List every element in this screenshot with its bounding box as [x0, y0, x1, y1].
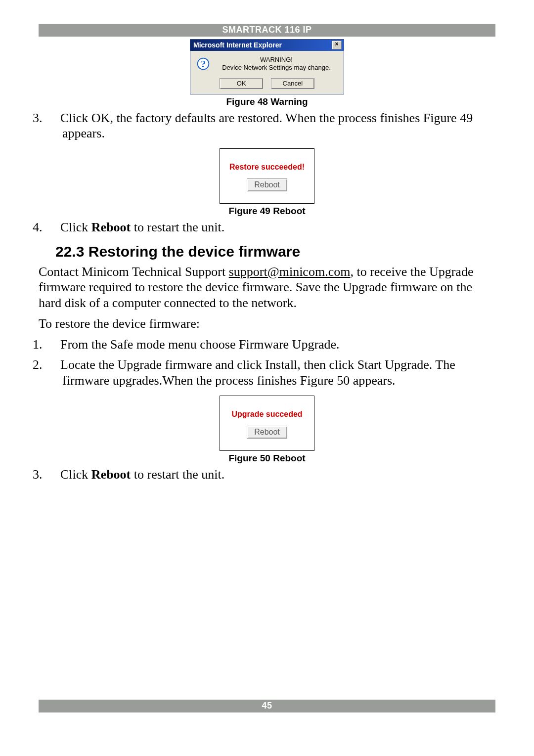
- support-email[interactable]: support@minicom.com: [229, 265, 351, 279]
- step-text: Locate the Upgrade firmware and click In…: [60, 357, 455, 388]
- question-icon: ?: [196, 57, 210, 71]
- svg-text:?: ?: [201, 59, 206, 69]
- dialog-title: Microsoft Internet Explorer: [193, 41, 282, 49]
- step-text: Click OK, the factory defaults are resto…: [60, 111, 473, 141]
- warning-dialog: Microsoft Internet Explorer × ? WARNING!…: [190, 39, 344, 94]
- step-text-post: to restart the unit.: [131, 467, 224, 482]
- step-text-post: to restart the unit.: [131, 220, 224, 234]
- upgrade-message: Upgrade succeded: [225, 410, 309, 419]
- step-number: 4.: [47, 220, 60, 235]
- reboot-button[interactable]: Reboot: [247, 426, 287, 439]
- dialog-message: WARNING! Device Network Settings may cha…: [215, 56, 338, 72]
- paragraph-contact: Contact Minicom Technical Support suppor…: [39, 264, 495, 311]
- step-number: 1.: [47, 337, 60, 353]
- page-header-bar: SMARTRACK 116 IP: [39, 24, 495, 37]
- restore-dialog: Restore succeeded! Reboot: [220, 148, 314, 204]
- close-icon[interactable]: ×: [332, 41, 342, 49]
- cancel-button[interactable]: Cancel: [271, 78, 314, 89]
- paragraph-restore-intro: To restore the device firmware:: [39, 316, 495, 332]
- page-footer-bar: 45: [39, 700, 495, 712]
- step-number: 3.: [47, 467, 60, 483]
- step-text-pre: Click: [60, 220, 91, 234]
- para1-a: Contact Minicom Technical Support: [39, 265, 229, 279]
- section-title: Restoring the device firmware: [89, 243, 300, 260]
- step-number: 2.: [47, 357, 60, 373]
- restore-message: Restore succeeded!: [225, 163, 309, 172]
- step-text-pre: Click: [60, 467, 91, 482]
- upgrade-dialog: Upgrade succeded Reboot: [220, 396, 314, 451]
- figure48-caption: Figure 48 Warning: [39, 96, 495, 107]
- dialog-titlebar: Microsoft Internet Explorer ×: [190, 40, 344, 51]
- ok-button[interactable]: OK: [220, 78, 263, 89]
- step-text-bold: Reboot: [91, 467, 131, 482]
- step-4: 4.Click Reboot to restart the unit.: [39, 220, 495, 235]
- step-text: From the Safe mode menu choose Firmware …: [60, 337, 340, 352]
- reboot-button[interactable]: Reboot: [247, 178, 287, 191]
- figure49-caption: Figure 49 Reboot: [39, 206, 495, 217]
- restore-step-3: 3.Click Reboot to restart the unit.: [39, 467, 495, 483]
- warning-line2: Device Network Settings may change.: [215, 64, 338, 72]
- step-text-bold: Reboot: [91, 220, 131, 234]
- section-number: 22.3: [55, 243, 84, 260]
- step-number: 3.: [47, 110, 60, 126]
- figure50-caption: Figure 50 Reboot: [39, 453, 495, 464]
- restore-step-1: 1.From the Safe mode menu choose Firmwar…: [39, 337, 495, 353]
- step-3: 3.Click OK, the factory defaults are res…: [39, 110, 495, 141]
- section-heading: 22.3 Restoring the device firmware: [55, 243, 495, 260]
- warning-line1: WARNING!: [215, 56, 338, 64]
- restore-step-2: 2.Locate the Upgrade firmware and click …: [39, 357, 495, 388]
